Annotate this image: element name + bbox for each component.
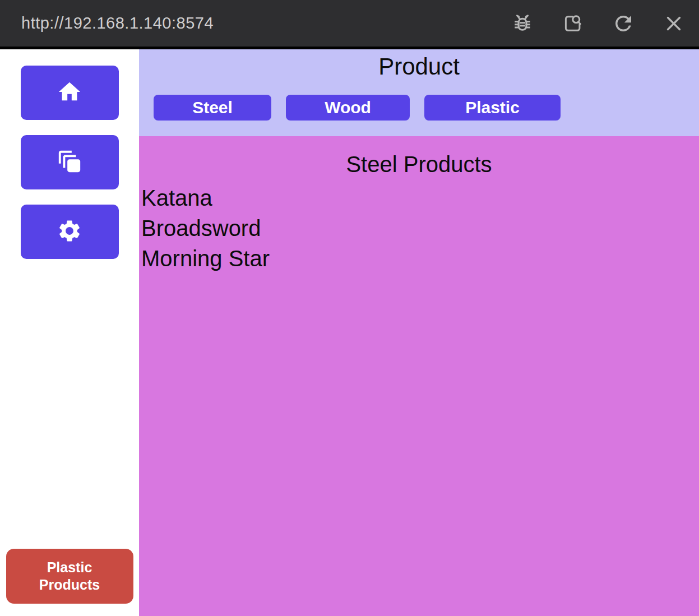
product-list: Katana Broadsword Morning Star — [139, 183, 699, 274]
close-icon[interactable] — [662, 11, 686, 36]
main-panel: Product Steel Wood Plastic Steel Product… — [139, 49, 699, 616]
tab-steel[interactable]: Steel — [154, 95, 271, 121]
category-tab-row: Steel Wood Plastic — [139, 95, 699, 121]
page-title: Product — [139, 49, 699, 80]
sidebar-settings-button[interactable] — [21, 205, 119, 259]
content-title: Steel Products — [139, 152, 699, 177]
titlebar-icons — [511, 11, 699, 36]
tab-wood[interactable]: Wood — [286, 95, 410, 121]
page-search-icon[interactable] — [561, 11, 585, 36]
product-header: Product Steel Wood Plastic — [139, 49, 699, 136]
bug-icon[interactable] — [511, 11, 534, 36]
sidebar-home-button[interactable] — [21, 66, 119, 120]
plastic-products-button[interactable]: Plastic Products — [6, 549, 133, 604]
sidebar: Plastic Products — [0, 49, 139, 616]
content-panel: Steel Products Katana Broadsword Morning… — [139, 136, 699, 616]
refresh-icon[interactable] — [612, 11, 635, 36]
settings-icon — [57, 218, 82, 246]
app-body: Plastic Products Product Steel Wood Plas… — [0, 49, 699, 616]
titlebar: http://192.168.1.140:8574 — [0, 0, 699, 47]
list-item: Broadsword — [141, 213, 699, 243]
sidebar-layers-button[interactable] — [21, 135, 119, 189]
url-text[interactable]: http://192.168.1.140:8574 — [21, 14, 214, 33]
layers-icon — [57, 149, 82, 176]
list-item: Morning Star — [141, 243, 699, 274]
list-item: Katana — [141, 183, 699, 213]
tab-plastic[interactable]: Plastic — [424, 95, 561, 121]
plastic-products-button-label: Plastic Products — [35, 559, 105, 594]
home-icon — [57, 79, 82, 106]
